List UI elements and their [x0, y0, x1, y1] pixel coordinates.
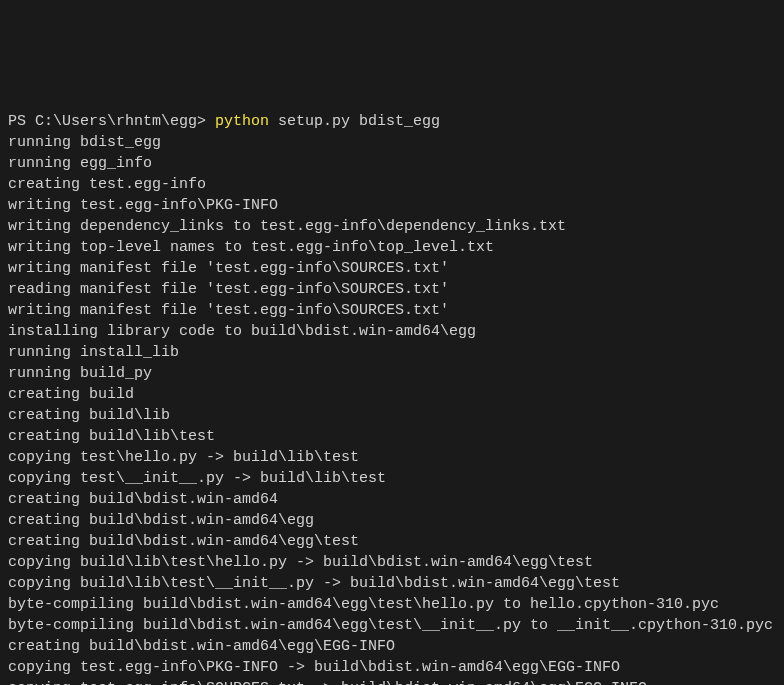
- terminal-window[interactable]: PS C:\Users\rhntm\egg> python setup.py b…: [0, 105, 784, 685]
- output-line: reading manifest file 'test.egg-info\SOU…: [8, 279, 776, 300]
- command-args: setup.py bdist_egg: [269, 113, 440, 130]
- output-line: writing dependency_links to test.egg-inf…: [8, 216, 776, 237]
- output-line: creating build\bdist.win-amd64: [8, 489, 776, 510]
- shell-prompt: PS C:\Users\rhntm\egg>: [8, 113, 215, 130]
- output-line: writing test.egg-info\PKG-INFO: [8, 195, 776, 216]
- output-line: creating build\bdist.win-amd64\egg\test: [8, 531, 776, 552]
- output-line: writing manifest file 'test.egg-info\SOU…: [8, 258, 776, 279]
- output-line: byte-compiling build\bdist.win-amd64\egg…: [8, 594, 776, 615]
- output-line: creating build\bdist.win-amd64\egg\EGG-I…: [8, 636, 776, 657]
- command-executable: python: [215, 113, 269, 130]
- output-line: writing top-level names to test.egg-info…: [8, 237, 776, 258]
- output-line: creating build\lib: [8, 405, 776, 426]
- output-line: copying test\hello.py -> build\lib\test: [8, 447, 776, 468]
- output-line: writing manifest file 'test.egg-info\SOU…: [8, 300, 776, 321]
- output-line: running bdist_egg: [8, 132, 776, 153]
- output-line: copying test.egg-info\SOURCES.txt -> bui…: [8, 678, 776, 685]
- output-line: copying test\__init__.py -> build\lib\te…: [8, 468, 776, 489]
- output-line: installing library code to build\bdist.w…: [8, 321, 776, 342]
- output-line: running build_py: [8, 363, 776, 384]
- output-line: running install_lib: [8, 342, 776, 363]
- output-line: creating build: [8, 384, 776, 405]
- output-line: copying build\lib\test\__init__.py -> bu…: [8, 573, 776, 594]
- output-line: copying build\lib\test\hello.py -> build…: [8, 552, 776, 573]
- output-line: creating build\lib\test: [8, 426, 776, 447]
- output-line: creating build\bdist.win-amd64\egg: [8, 510, 776, 531]
- output-line: running egg_info: [8, 153, 776, 174]
- output-line: copying test.egg-info\PKG-INFO -> build\…: [8, 657, 776, 678]
- output-line: creating test.egg-info: [8, 174, 776, 195]
- terminal-output: running bdist_eggrunning egg_infocreatin…: [8, 132, 776, 685]
- output-line: byte-compiling build\bdist.win-amd64\egg…: [8, 615, 776, 636]
